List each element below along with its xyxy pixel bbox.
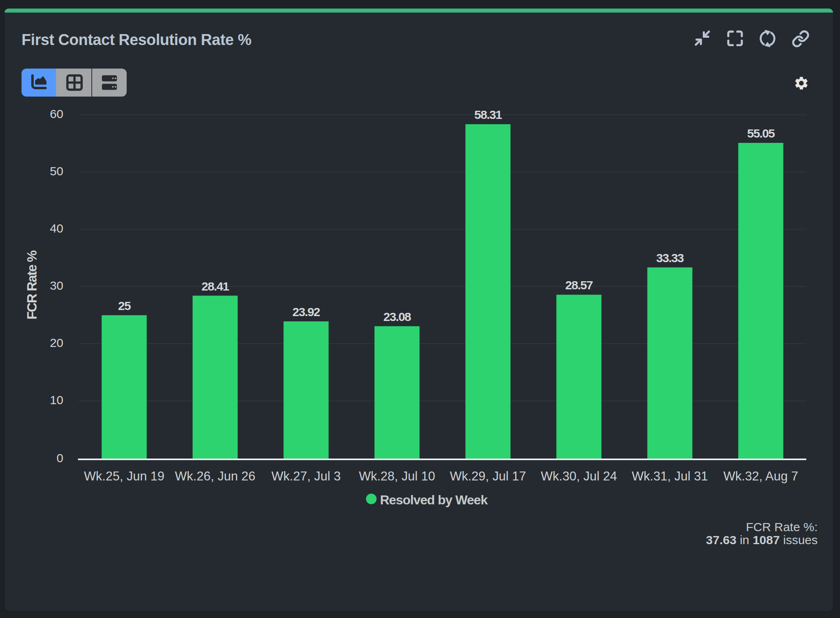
svg-text:Wk.31, Jul 31: Wk.31, Jul 31	[632, 469, 708, 483]
svg-text:Wk.32, Aug 7: Wk.32, Aug 7	[723, 469, 798, 483]
svg-text:First Contact Resolution Rate: First Contact Resolution Rate %	[22, 31, 251, 48]
svg-text:33.33: 33.33	[656, 251, 684, 265]
svg-text:28.41: 28.41	[201, 280, 229, 293]
svg-text:Wk.28, Jul 10: Wk.28, Jul 10	[359, 469, 435, 483]
svg-text:28.57: 28.57	[565, 278, 593, 292]
svg-text:50: 50	[50, 164, 63, 178]
svg-text:Wk.30, Jul 24: Wk.30, Jul 24	[541, 469, 617, 483]
svg-text:40: 40	[50, 222, 63, 235]
svg-text:Wk.29, Jul 17: Wk.29, Jul 17	[450, 469, 526, 483]
svg-text:0: 0	[56, 451, 63, 465]
svg-text:Wk.27, Jul 3: Wk.27, Jul 3	[272, 469, 341, 483]
svg-text:60: 60	[50, 107, 63, 121]
svg-text:58.31: 58.31	[474, 108, 502, 121]
svg-text:37.63 in 1087 issues: 37.63 in 1087 issues	[706, 533, 818, 547]
svg-text:30: 30	[50, 279, 63, 292]
svg-text:55.05: 55.05	[747, 127, 775, 140]
svg-text:FCR Rate %: FCR Rate %	[24, 250, 39, 319]
svg-text:23.92: 23.92	[292, 305, 320, 319]
svg-text:Wk.26, Jun 26: Wk.26, Jun 26	[175, 469, 255, 483]
svg-text:Wk.25, Jun 19: Wk.25, Jun 19	[84, 469, 164, 483]
svg-text:Resolved by Week: Resolved by Week	[380, 493, 488, 507]
svg-text:10: 10	[50, 393, 63, 407]
svg-text:25: 25	[118, 299, 131, 312]
svg-text:20: 20	[50, 336, 63, 349]
svg-text:FCR Rate %:: FCR Rate %:	[746, 520, 818, 534]
svg-text:23.08: 23.08	[383, 310, 411, 323]
